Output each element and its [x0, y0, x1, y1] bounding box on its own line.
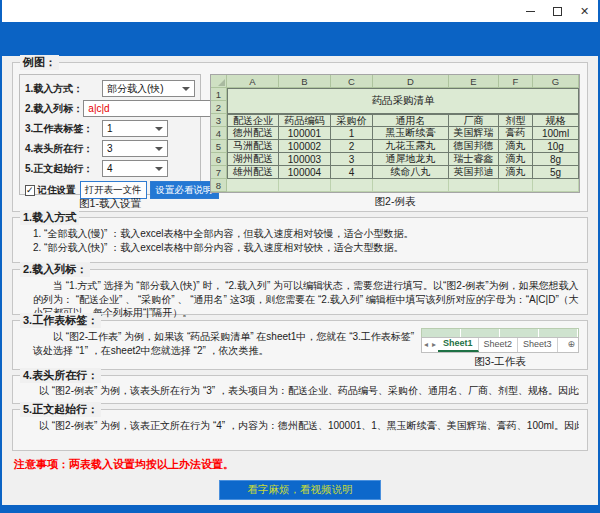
section-text: 2. “部分载入(快)” ：载入excel表格中部分内容，载入速度相对较快，适合… — [21, 241, 579, 255]
minimize-icon — [526, 11, 535, 12]
excel-empty-cell — [331, 179, 373, 192]
excel-column-header: F — [499, 75, 533, 88]
excel-cell: 通犀地龙丸 — [373, 153, 449, 166]
excel-header-cell: 药品编码 — [279, 114, 331, 127]
excel-cell: 英国邦迪 — [449, 166, 499, 179]
section-header-row: 4.表头所在行： 以 “图2-例表” 为例，该表头所在行为 “3” ，表头项目为… — [12, 375, 588, 404]
sheet-index-label: 3.工作表标签： — [25, 122, 102, 136]
header-row-label: 4.表头所在行： — [25, 142, 102, 156]
excel-header-cell: 厂商 — [449, 114, 499, 127]
body-start-row-label: 5.正文起始行： — [25, 162, 102, 176]
sheet-tab-3: Sheet3 — [518, 338, 558, 352]
form-row: 1.载入方式： 部分载入(快) — [25, 80, 195, 97]
excel-cell: 滴丸 — [499, 153, 533, 166]
add-sheet-icon: ⊕ — [564, 338, 578, 352]
load-mode-label: 1.载入方式： — [25, 82, 102, 96]
excel-column-header: G — [533, 75, 579, 88]
excel-cell: 德州配送 — [227, 127, 279, 140]
section-text: 以 “图2-例表” 为例，该表正文所在行为 “4” ，内容为：德州配送、1000… — [21, 419, 579, 433]
excel-example-column: ABCDEFG12345678药品采购清单配送企业药品编码采购价通用名厂商剂型规… — [207, 74, 583, 209]
sheet-index-select[interactable]: 1 — [102, 120, 168, 137]
excel-cell: 滴丸 — [499, 140, 533, 153]
sheet-nav-right-icon: ▸ — [430, 338, 438, 352]
excel-title-cell: 药品采购清单 — [227, 88, 579, 114]
body-start-row-value: 4 — [107, 163, 113, 174]
example-group: 例图： 1.载入方式： 部分载入(快) 2.载入列标： — [12, 62, 588, 212]
excel-cell: 100003 — [279, 153, 331, 166]
excel-select-all — [211, 75, 227, 88]
section-body-start-row: 5.正文起始行： 以 “图2-例表” 为例，该表正文所在行为 “4” ，内容为：… — [12, 409, 588, 451]
excel-row-header: 1 — [211, 88, 227, 101]
excel-cell: 滴丸 — [499, 166, 533, 179]
example-group-title: 例图： — [20, 55, 59, 70]
excel-cell: 10g — [533, 140, 579, 153]
load-mode-select[interactable]: 部分载入(快) — [102, 80, 195, 97]
excel-grid: ABCDEFG12345678药品采购清单配送企业药品编码采购价通用名厂商剂型规… — [211, 75, 579, 192]
form-row: 2.载入列标： — [25, 100, 195, 117]
section-title: 3.工作表标签： — [20, 313, 101, 328]
body-start-row-select[interactable]: 4 — [102, 160, 168, 177]
excel-row-header: 5 — [211, 140, 227, 153]
column-letters-input[interactable] — [83, 100, 225, 117]
excel-header-cell: 采购价 — [331, 114, 373, 127]
form-row: 5.正文起始行： 4 — [25, 160, 195, 177]
excel-column-header: D — [373, 75, 449, 88]
notice-text: 注意事项：两表载入设置均按以上办法设置。 — [14, 457, 234, 472]
excel-row-header: 3 — [211, 114, 227, 127]
excel-empty-cell — [533, 179, 579, 192]
chevron-down-icon — [155, 167, 163, 171]
main-content: 例图： 1.载入方式： 部分载入(快) 2.载入列标： — [2, 56, 598, 505]
chevron-down-icon — [155, 147, 163, 151]
section-load-mode: 1.载入方式 1. “全部载入(慢)” ：载入excel表格中全部内容，但载入速… — [12, 217, 588, 263]
minimize-button[interactable] — [517, 0, 544, 22]
excel-cell: 马洲配送 — [227, 140, 279, 153]
excel-cell: 膏药 — [499, 127, 533, 140]
section-sheet-tab: 3.工作表标签： 以 “图2-工作表” 为例，如果该 “药品采购清单” 在she… — [12, 320, 588, 370]
excel-header-cell: 剂型 — [499, 114, 533, 127]
excel-cell: 湖州配送 — [227, 153, 279, 166]
column-letters-label: 2.载入列标： — [25, 102, 83, 116]
section-text: 当 “1.方式” 选择为 “部分载入(快)” 时， “2.载入列” 为可以编辑状… — [21, 279, 579, 320]
excel-cell: 瑞士睿鑫 — [449, 153, 499, 166]
form-row: 3.工作表标签： 1 — [25, 120, 195, 137]
excel-cell: 黑玉断续膏 — [373, 127, 449, 140]
remember-settings-checkbox[interactable]: ✓ — [25, 185, 35, 196]
excel-cell: 续命八丸 — [373, 166, 449, 179]
sheet-cells-strip — [421, 328, 579, 337]
maximize-button[interactable] — [544, 0, 571, 22]
chevron-down-icon — [155, 127, 163, 131]
load-settings-column: 1.载入方式： 部分载入(快) 2.载入列标： 3.工作表标签： — [19, 74, 201, 209]
sheet-nav-left-icon: ◂ — [422, 338, 430, 352]
excel-cell: 美国辉瑞 — [449, 127, 499, 140]
excel-row-header: 7 — [211, 166, 227, 179]
excel-cell: 100004 — [279, 166, 331, 179]
excel-cell: 4 — [331, 166, 373, 179]
excel-cell: 100001 — [279, 127, 331, 140]
figure1-caption: 图1-载入设置 — [19, 197, 201, 211]
load-mode-value: 部分载入(快) — [107, 82, 164, 96]
title-bar: ✕ — [2, 0, 598, 22]
excel-cell: 德国邦德 — [449, 140, 499, 153]
excel-cell: 5g — [533, 166, 579, 179]
excel-empty-cell — [279, 179, 331, 192]
excel-empty-cell — [227, 179, 279, 192]
load-settings-panel: 1.载入方式： 部分载入(快) 2.载入列标： 3.工作表标签： — [19, 74, 201, 195]
excel-row-header: 8 — [211, 179, 227, 192]
excel-cell: 100002 — [279, 140, 331, 153]
sheet-tab-1: Sheet1 — [438, 338, 479, 352]
close-button[interactable]: ✕ — [571, 0, 598, 22]
figure2-caption: 图2-例表 — [375, 195, 416, 209]
excel-header-cell: 通用名 — [373, 114, 449, 127]
section-text: 以 “图2-例表” 为例，该表头所在行为 “3” ，表头项目为：配送企业、药品编… — [21, 384, 579, 398]
excel-empty-cell — [449, 179, 499, 192]
app-window: ✕ 例图： 1.载入方式： 部分载入(快) — [0, 0, 600, 513]
excel-cell: 8g — [533, 153, 579, 166]
excel-empty-cell — [499, 179, 533, 192]
video-help-button[interactable]: 看字麻烦，看视频说明 — [219, 480, 381, 500]
section-text: 1. “全部载入(慢)” ：载入excel表格中全部内容，但载入速度相对较慢，适… — [21, 227, 579, 241]
section-title: 2.载入列标： — [20, 262, 90, 277]
excel-row-header: 2 — [211, 101, 227, 114]
sheet-index-value: 1 — [107, 123, 113, 134]
header-row-select[interactable]: 3 — [102, 140, 168, 157]
excel-column-header: E — [449, 75, 499, 88]
